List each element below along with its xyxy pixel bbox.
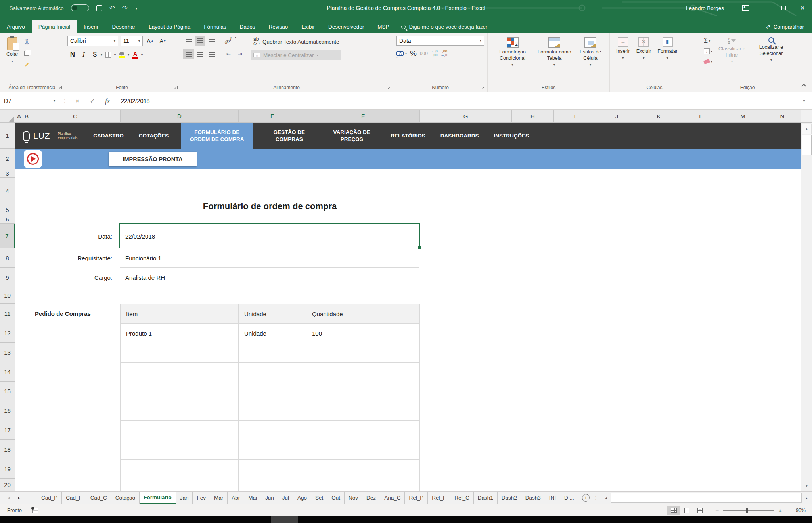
- restore-button[interactable]: [774, 0, 793, 16]
- ribbon-tab[interactable]: Desenvolvedor: [322, 20, 371, 33]
- column-header[interactable]: G: [420, 110, 512, 122]
- zoom-slider-thumb[interactable]: [746, 508, 748, 513]
- cell-item[interactable]: [121, 401, 239, 421]
- workbook-nav-tab[interactable]: COTAÇÕES: [136, 123, 171, 149]
- format-as-table-button[interactable]: Formatar como Tabela▾: [534, 36, 575, 84]
- cut-button[interactable]: ✄: [23, 37, 33, 46]
- autosum-button[interactable]: Σ▾: [703, 36, 714, 45]
- zoom-out-button[interactable]: −: [715, 507, 719, 514]
- fill-button[interactable]: ↓▾: [703, 47, 714, 55]
- row-header[interactable]: 4: [0, 178, 15, 204]
- align-middle-button[interactable]: [195, 36, 205, 46]
- sheet-tab[interactable]: Cotação: [111, 492, 140, 504]
- paste-button[interactable]: Colar▾: [3, 36, 21, 84]
- clipboard-dialog-launcher-icon[interactable]: [59, 86, 62, 89]
- user-name[interactable]: Leandro Borges: [686, 5, 724, 11]
- sheet-tab[interactable]: Cad_P: [37, 492, 62, 504]
- decrease-indent-button[interactable]: ⇤: [223, 49, 234, 59]
- formula-input[interactable]: 22/02/2018: [115, 92, 796, 109]
- cell-qty[interactable]: [306, 343, 420, 363]
- undo-icon[interactable]: ↶: [109, 5, 115, 11]
- comma-style-button[interactable]: 000: [420, 51, 428, 56]
- cell-item[interactable]: [121, 363, 239, 382]
- align-bottom-button[interactable]: [206, 36, 217, 46]
- column-header[interactable]: J: [596, 110, 638, 122]
- select-all-corner[interactable]: [0, 110, 15, 122]
- ribbon-tab[interactable]: Arquivo: [0, 20, 32, 33]
- row-header[interactable]: 17: [0, 420, 15, 440]
- sheet-tab[interactable]: INI: [545, 492, 560, 504]
- cell-styles-button[interactable]: Estilos de Célula▾: [575, 36, 606, 84]
- print-ready-button[interactable]: IMPRESSÃO PRONTA: [109, 152, 197, 166]
- workbook-nav-tab[interactable]: FORMULÁRIO DE ORDEM DE COMPRA: [181, 123, 253, 149]
- clear-button[interactable]: ▾: [703, 57, 714, 66]
- alignment-dialog-launcher-icon[interactable]: [388, 86, 391, 89]
- cell-item[interactable]: [121, 440, 239, 460]
- align-right-button[interactable]: [206, 49, 217, 59]
- ribbon-tab[interactable]: Revisão: [262, 20, 295, 33]
- row-header[interactable]: 10: [0, 287, 15, 304]
- workbook-nav-tab[interactable]: CADASTRO: [91, 123, 126, 149]
- column-header[interactable]: L: [680, 110, 722, 122]
- ribbon-tab[interactable]: MSP: [371, 20, 396, 33]
- ribbon-tab[interactable]: Página Inicial: [32, 20, 77, 33]
- share-button[interactable]: ⇗ Compartilhar: [766, 20, 812, 33]
- row-header[interactable]: 16: [0, 401, 15, 420]
- column-header[interactable]: A: [15, 110, 23, 122]
- sheet-tab[interactable]: Rel_P: [405, 492, 428, 504]
- cell-qty[interactable]: [306, 421, 420, 440]
- save-icon[interactable]: [96, 5, 102, 11]
- cell-qty[interactable]: [306, 460, 420, 479]
- sheet-tab[interactable]: Dez: [362, 492, 380, 504]
- sheet-tab[interactable]: Cad_F: [62, 492, 86, 504]
- name-box[interactable]: D7▾: [0, 92, 59, 109]
- row-header[interactable]: 20: [0, 479, 15, 491]
- cell-qty[interactable]: [306, 440, 420, 460]
- font-name-combo[interactable]: Calibri▾: [67, 36, 118, 46]
- sheet-tab[interactable]: Jun: [261, 492, 278, 504]
- new-sheet-button[interactable]: +: [582, 494, 590, 502]
- scroll-right-icon[interactable]: ▸: [802, 492, 812, 504]
- sheet-tab[interactable]: Dash1: [474, 492, 498, 504]
- accounting-format-button[interactable]: ▾: [396, 51, 407, 56]
- horizontal-scrollbar[interactable]: ◂ ▸: [601, 492, 812, 504]
- cell-item[interactable]: [121, 421, 239, 440]
- wrap-text-button[interactable]: abc↩ Quebrar Texto Automaticamente: [251, 36, 341, 47]
- vertical-scroll-thumb[interactable]: [802, 135, 812, 155]
- align-left-button[interactable]: [183, 49, 194, 59]
- row-header[interactable]: 7: [0, 224, 15, 248]
- ribbon-tab[interactable]: Exibir: [295, 20, 322, 33]
- cell-qty[interactable]: [306, 382, 420, 401]
- row-header[interactable]: 8: [0, 248, 15, 268]
- sheet-tab[interactable]: Cad_C: [86, 492, 111, 504]
- column-header[interactable]: N: [764, 110, 801, 122]
- zoom-slider[interactable]: [723, 510, 774, 511]
- increase-indent-button[interactable]: ⇥: [235, 49, 245, 59]
- row-header[interactable]: 6: [0, 215, 15, 224]
- cell-unit[interactable]: [239, 421, 306, 440]
- font-dialog-launcher-icon[interactable]: [174, 86, 178, 89]
- column-header[interactable]: F: [306, 110, 420, 122]
- row-header[interactable]: 19: [0, 459, 15, 479]
- sheet-tab[interactable]: Rel_C: [450, 492, 474, 504]
- sheet-tab[interactable]: Rel_F: [428, 492, 450, 504]
- format-painter-button[interactable]: [23, 60, 33, 69]
- horizontal-scroll-thumb[interactable]: [611, 493, 802, 503]
- italic-button[interactable]: I: [79, 50, 89, 60]
- align-top-button[interactable]: [183, 36, 194, 46]
- sheet-tab[interactable]: Ana_C: [380, 492, 405, 504]
- merge-center-button[interactable]: ↔ Mesclar e Centralizar ▾: [251, 50, 341, 60]
- sheet-tab[interactable]: Fev: [193, 492, 210, 504]
- ribbon-tab[interactable]: Layout da Página: [142, 20, 197, 33]
- cell-unit[interactable]: [239, 382, 306, 401]
- cell-item[interactable]: [121, 343, 239, 363]
- borders-button[interactable]: [103, 50, 113, 60]
- zoom-percentage[interactable]: 90%: [789, 508, 806, 513]
- column-header[interactable]: C: [30, 110, 121, 122]
- font-size-combo[interactable]: 11▾: [121, 36, 143, 46]
- fill-color-button[interactable]: [117, 50, 127, 60]
- number-dialog-launcher-icon[interactable]: [482, 86, 485, 89]
- insert-function-button[interactable]: fx: [100, 92, 115, 109]
- row-header[interactable]: 11: [0, 304, 15, 323]
- copy-button[interactable]: ▾: [23, 49, 33, 57]
